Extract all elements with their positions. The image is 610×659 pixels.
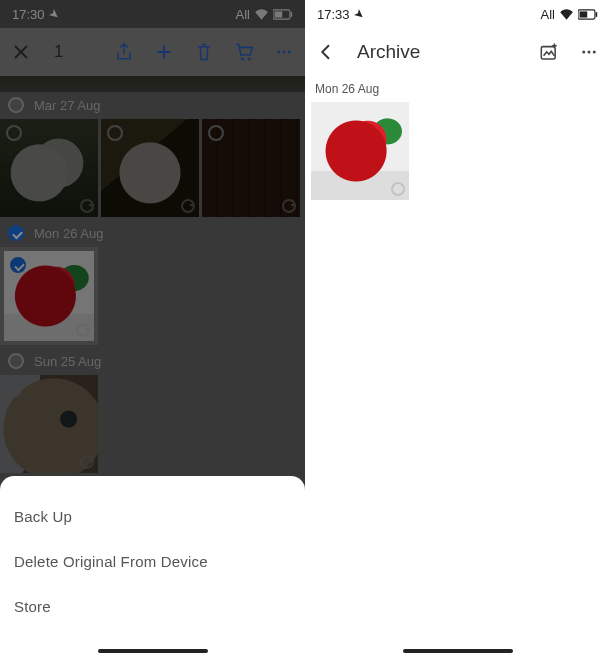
nav-bar-handle[interactable]: [403, 649, 513, 653]
add-photo-icon[interactable]: [538, 41, 560, 63]
svg-rect-1: [275, 11, 283, 17]
status-time: 17:33: [317, 7, 350, 22]
battery-icon: [273, 9, 293, 20]
svg-rect-9: [580, 11, 588, 17]
sync-icon: [181, 199, 195, 213]
svg-rect-10: [596, 12, 598, 17]
sync-icon: [80, 455, 94, 469]
photo-thumb[interactable]: [0, 375, 98, 473]
status-bar: 17:30 ➤ All: [0, 0, 305, 28]
date-header[interactable]: Mar 27 Aug: [0, 92, 305, 119]
svg-point-5: [277, 51, 280, 54]
date-header[interactable]: Mon 26 Aug: [0, 220, 305, 247]
status-time: 17:30: [12, 7, 45, 22]
svg-rect-2: [291, 12, 293, 17]
wifi-icon: [559, 8, 574, 20]
svg-point-7: [288, 51, 291, 54]
status-bar: 17:33 ➤ All: [305, 0, 610, 28]
location-icon: ➤: [45, 5, 62, 22]
sheet-option-backup[interactable]: Back Up: [14, 494, 291, 539]
thumb-row: [0, 375, 305, 476]
sheet-option-store[interactable]: Store: [14, 584, 291, 629]
svg-point-12: [582, 51, 585, 54]
partial-row: [0, 76, 305, 92]
svg-point-6: [283, 51, 286, 54]
cart-icon[interactable]: [233, 41, 255, 63]
sync-icon: [76, 323, 90, 337]
photo-thumb[interactable]: [0, 119, 98, 217]
selection-count: 1: [54, 42, 63, 62]
share-icon[interactable]: [113, 41, 135, 63]
location-icon: ➤: [350, 5, 367, 22]
sync-icon: [80, 199, 94, 213]
sheet-option-delete-original[interactable]: Delete Original From Device: [14, 539, 291, 584]
date-checkbox[interactable]: [8, 353, 24, 369]
close-icon[interactable]: [10, 41, 32, 63]
date-header[interactable]: Sun 25 Aug: [0, 348, 305, 375]
back-icon[interactable]: [315, 41, 337, 63]
thumb-checkbox[interactable]: [208, 125, 224, 141]
page-title: Archive: [357, 41, 420, 63]
svg-point-3: [241, 57, 244, 60]
archive-thumb[interactable]: [311, 102, 409, 200]
bottom-sheet: Back Up Delete Original From Device Stor…: [0, 476, 305, 659]
right-screenshot: 17:33 ➤ All Archive Mon 26 Aug: [305, 0, 610, 659]
plus-icon[interactable]: [153, 41, 175, 63]
svg-point-14: [593, 51, 596, 54]
more-icon[interactable]: [273, 41, 295, 63]
thumb-checkbox[interactable]: [6, 125, 22, 141]
archive-toolbar: Archive: [305, 28, 610, 76]
wifi-icon: [254, 8, 269, 20]
photo-thumb-selected[interactable]: [0, 247, 98, 345]
battery-icon: [578, 9, 598, 20]
thumb-checkbox[interactable]: [10, 257, 26, 273]
sync-icon: [391, 182, 405, 196]
date-checkbox[interactable]: [8, 97, 24, 113]
date-label: Mon 26 Aug: [34, 226, 103, 241]
thumb-row: [0, 119, 305, 220]
thumb-checkbox[interactable]: [6, 381, 22, 397]
status-network: All: [236, 7, 250, 22]
nav-bar-handle[interactable]: [98, 649, 208, 653]
status-network: All: [541, 7, 555, 22]
date-label: Mar 27 Aug: [34, 98, 101, 113]
selection-toolbar: 1: [0, 28, 305, 76]
thumb-row: [0, 247, 305, 348]
photo-thumb[interactable]: [101, 119, 199, 217]
svg-point-13: [588, 51, 591, 54]
svg-point-4: [248, 57, 251, 60]
photo-thumb[interactable]: [202, 119, 300, 217]
thumb-checkbox[interactable]: [107, 125, 123, 141]
date-header: Mon 26 Aug: [305, 76, 610, 102]
date-label: Sun 25 Aug: [34, 354, 101, 369]
left-screenshot: 17:30 ➤ All 1 Mar 27 Aug Mon 26 Aug: [0, 0, 305, 659]
date-checkbox[interactable]: [8, 225, 24, 241]
trash-icon[interactable]: [193, 41, 215, 63]
more-icon[interactable]: [578, 41, 600, 63]
sync-icon: [282, 199, 296, 213]
